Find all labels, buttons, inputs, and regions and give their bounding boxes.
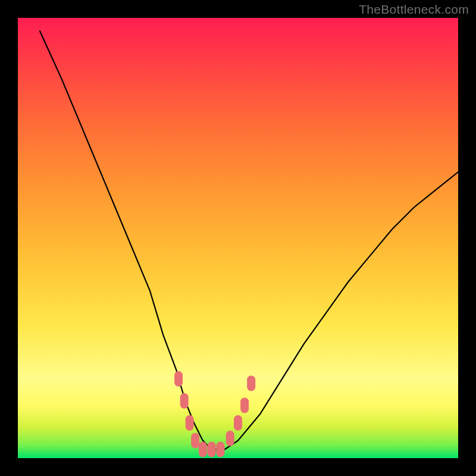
marker-dot [191, 433, 199, 448]
marker-dot [186, 415, 194, 431]
marker-dot [208, 441, 216, 457]
marker-dot [199, 441, 207, 457]
marker-dot [174, 371, 183, 387]
bottleneck-chart [0, 0, 476, 476]
marker-dot [247, 375, 255, 391]
marker-dot [234, 415, 242, 431]
chart-gradient-panel [18, 18, 458, 458]
marker-dot [180, 393, 189, 409]
marker-dot [240, 397, 249, 413]
watermark-text: TheBottleneck.com [359, 2, 469, 17]
marker-dot [216, 441, 224, 457]
marker-dot [226, 431, 234, 446]
chart-stage: TheBottleneck.com [0, 0, 476, 476]
